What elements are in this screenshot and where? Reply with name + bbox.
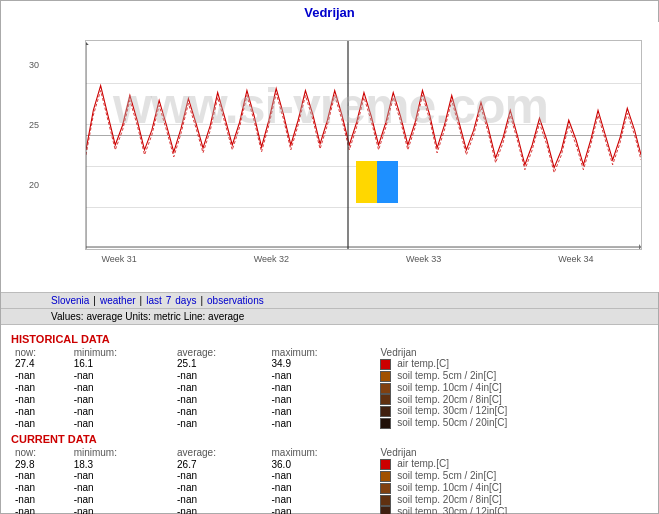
table-row: -nan -nan -nan -nan soil temp. 10cm / 4i… [11, 482, 648, 494]
cell-now: -nan [11, 394, 70, 406]
logo-color-block [356, 161, 398, 203]
desc-text: soil temp. 50cm / 20in[C] [397, 417, 507, 428]
cell-min: -nan [70, 417, 173, 429]
table-row: -nan -nan -nan -nan soil temp. 20cm / 8i… [11, 494, 648, 506]
cell-max: -nan [267, 417, 376, 429]
cell-min: -nan [70, 494, 173, 506]
cell-avg: -nan [173, 382, 267, 394]
logo-blue [377, 161, 398, 203]
cell-now: -nan [11, 482, 70, 494]
cell-max: -nan [267, 482, 376, 494]
cell-max: 34.9 [267, 358, 376, 370]
desc-text: soil temp. 20cm / 8in[C] [397, 494, 501, 505]
cell-max: -nan [267, 470, 376, 482]
cell-min: -nan [70, 382, 173, 394]
page-container: Vedrijan si-vreme.com 30 25 20 [0, 0, 659, 514]
desc-text: soil temp. 5cm / 2in[C] [397, 370, 496, 381]
cell-desc: soil temp. 10cm / 4in[C] [376, 482, 648, 494]
cell-min: 18.3 [70, 458, 173, 470]
cell-avg: -nan [173, 370, 267, 382]
cell-avg: -nan [173, 394, 267, 406]
cell-min: 16.1 [70, 358, 173, 370]
cell-avg: -nan [173, 405, 267, 417]
cell-avg: 25.1 [173, 358, 267, 370]
table-row: 29.8 18.3 26.7 36.0 air temp.[C] [11, 458, 648, 470]
x-label-week33: Week 33 [406, 254, 441, 264]
desc-text: soil temp. 10cm / 4in[C] [397, 482, 501, 493]
link-weather[interactable]: weather [100, 295, 136, 306]
table-row: -nan -nan -nan -nan soil temp. 30cm / 12… [11, 506, 648, 514]
cell-min: -nan [70, 370, 173, 382]
y-axis-label: si-vreme.com [0, 42, 3, 242]
cell-now: -nan [11, 405, 70, 417]
cell-now: -nan [11, 417, 70, 429]
color-indicator [380, 418, 391, 429]
desc-text: soil temp. 5cm / 2in[C] [397, 470, 496, 481]
color-indicator [380, 471, 391, 482]
desc-text: soil temp. 30cm / 12in[C] [397, 506, 507, 514]
historical-section: HISTORICAL DATA now: minimum: average: m… [11, 333, 648, 429]
x-axis-labels: Week 31 Week 32 Week 33 Week 34 [43, 254, 652, 264]
color-indicator [380, 359, 391, 370]
cell-max: -nan [267, 394, 376, 406]
cur-col-now: now: [11, 447, 70, 458]
link-slovenia[interactable]: Slovenia [51, 295, 89, 306]
sep1: | [93, 295, 96, 306]
x-label-week34: Week 34 [558, 254, 593, 264]
data-sections: HISTORICAL DATA now: minimum: average: m… [1, 325, 658, 514]
cell-avg: -nan [173, 506, 267, 514]
color-indicator [380, 483, 391, 494]
color-indicator [380, 371, 391, 382]
cell-now: -nan [11, 382, 70, 394]
link-days[interactable]: days [175, 295, 196, 306]
link-last[interactable]: last [146, 295, 162, 306]
cell-desc: soil temp. 20cm / 8in[C] [376, 494, 648, 506]
desc-text: air temp.[C] [397, 358, 449, 369]
cell-avg: -nan [173, 470, 267, 482]
color-indicator [380, 394, 391, 405]
color-indicator [380, 383, 391, 394]
link-observations[interactable]: observations [207, 295, 264, 306]
cell-desc: soil temp. 5cm / 2in[C] [376, 370, 648, 382]
cur-col-min: minimum: [70, 447, 173, 458]
cell-min: -nan [70, 394, 173, 406]
cell-now: 29.8 [11, 458, 70, 470]
svg-marker-1 [639, 244, 641, 249]
col-station: Vedrijan [376, 347, 648, 358]
table-row: -nan -nan -nan -nan soil temp. 5cm / 2in… [11, 470, 648, 482]
table-row: 27.4 16.1 25.1 34.9 air temp.[C] [11, 358, 648, 370]
y-label-25: 25 [29, 120, 39, 130]
cell-now: -nan [11, 370, 70, 382]
cell-desc: soil temp. 30cm / 12in[C] [376, 506, 648, 514]
x-label-week31: Week 31 [101, 254, 136, 264]
logo-yellow [356, 161, 377, 203]
cell-min: -nan [70, 506, 173, 514]
sep3: | [200, 295, 203, 306]
historical-table: now: minimum: average: maximum: Vedrijan… [11, 347, 648, 429]
desc-text: soil temp. 20cm / 8in[C] [397, 394, 501, 405]
desc-text: soil temp. 10cm / 4in[C] [397, 382, 501, 393]
cell-desc: soil temp. 10cm / 4in[C] [376, 382, 648, 394]
cell-avg: -nan [173, 494, 267, 506]
cell-desc: soil temp. 30cm / 12in[C] [376, 405, 648, 417]
sep2: | [140, 295, 143, 306]
cell-max: 36.0 [267, 458, 376, 470]
cur-col-station: Vedrijan [376, 447, 648, 458]
svg-marker-3 [86, 42, 89, 45]
cell-min: -nan [70, 470, 173, 482]
link-7[interactable]: 7 [166, 295, 172, 306]
cur-col-max: maximum: [267, 447, 376, 458]
desc-text: air temp.[C] [397, 458, 449, 469]
col-min: minimum: [70, 347, 173, 358]
color-indicator [380, 495, 391, 506]
y-label-20: 20 [29, 180, 39, 190]
col-avg: average: [173, 347, 267, 358]
cell-now: -nan [11, 506, 70, 514]
current-section: CURRENT DATA now: minimum: average: maxi… [11, 433, 648, 514]
values-line: Values: average Units: metric Line: aver… [1, 309, 658, 325]
color-indicator [380, 406, 391, 417]
cell-desc: air temp.[C] [376, 358, 648, 370]
cell-desc: soil temp. 50cm / 20in[C] [376, 417, 648, 429]
cell-max: -nan [267, 382, 376, 394]
current-table: now: minimum: average: maximum: Vedrijan… [11, 447, 648, 514]
